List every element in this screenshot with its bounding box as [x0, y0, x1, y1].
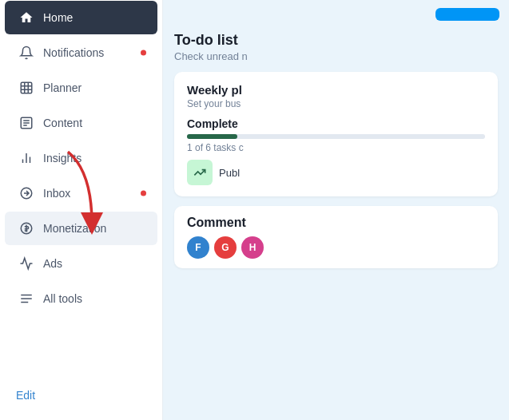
sidebar-item-inbox-label: Inbox — [43, 187, 145, 200]
content-icon — [18, 114, 35, 132]
sidebar-item-insights[interactable]: Insights — [5, 141, 157, 175]
planner-icon — [18, 79, 35, 97]
inbox-icon — [18, 184, 35, 202]
weekly-plan-subtitle: Set your bus — [187, 98, 485, 109]
sidebar-item-content-label: Content — [43, 117, 145, 129]
progress-text: 1 of 6 tasks c — [187, 142, 485, 153]
sidebar: Home Notifications Planner — [0, 0, 163, 420]
avatar-1: F — [187, 236, 209, 259]
sidebar-item-all-tools[interactable]: All tools — [5, 282, 157, 315]
weekly-plan-card: Weekly pl Set your bus Complete 1 of 6 t… — [174, 72, 498, 196]
sidebar-item-inbox[interactable]: Inbox — [5, 176, 157, 210]
sidebar-item-notifications-label: Notifications — [43, 46, 145, 59]
bell-icon — [18, 44, 35, 61]
svg-rect-0 — [21, 82, 32, 93]
task-label: Publ — [219, 167, 240, 179]
main-body: To-do list Check unread n Weekly pl Set … — [163, 26, 509, 420]
sidebar-item-home[interactable]: Home — [5, 1, 157, 34]
progress-bar-fill — [187, 134, 237, 139]
edit-link[interactable]: Edit — [16, 389, 35, 402]
comments-title: Comment — [187, 216, 485, 230]
avatar-row: F G H — [187, 236, 485, 259]
comments-card: Comment F G H — [174, 206, 498, 268]
sidebar-item-ads[interactable]: Ads — [5, 247, 157, 280]
sidebar-item-monetization-label: Monetization — [43, 222, 145, 235]
sidebar-item-monetization[interactable]: Monetization — [5, 212, 157, 245]
main-header — [163, 0, 509, 26]
sidebar-item-notifications[interactable]: Notifications — [5, 36, 157, 69]
edit-link-container: Edit — [0, 380, 162, 410]
notifications-dot — [141, 50, 146, 56]
todo-subtitle: Check unread n — [174, 50, 498, 62]
sidebar-item-insights-label: Insights — [43, 152, 145, 164]
all-tools-icon — [18, 290, 35, 307]
sidebar-item-planner[interactable]: Planner — [5, 71, 157, 105]
task-icon — [187, 160, 213, 185]
weekly-plan-title: Weekly pl — [187, 83, 485, 97]
main-content: To-do list Check unread n Weekly pl Set … — [163, 0, 509, 420]
progress-bar-bg — [187, 134, 485, 139]
inbox-dot — [141, 191, 146, 196]
task-row: Publ — [187, 160, 485, 185]
monetization-icon — [18, 220, 35, 237]
sidebar-item-home-label: Home — [43, 11, 145, 24]
sidebar-item-planner-label: Planner — [43, 81, 145, 94]
avatar-2: G — [214, 236, 237, 259]
sidebar-item-all-tools-label: All tools — [43, 292, 145, 305]
avatar-3: H — [241, 236, 264, 259]
sidebar-item-ads-label: Ads — [43, 257, 145, 270]
ads-icon — [18, 255, 35, 272]
insights-icon — [18, 149, 35, 167]
sidebar-item-content[interactable]: Content — [5, 106, 157, 140]
todo-title: To-do list — [174, 32, 498, 49]
home-icon — [18, 9, 35, 26]
progress-label: Complete — [187, 117, 485, 130]
primary-button[interactable] — [435, 8, 499, 21]
